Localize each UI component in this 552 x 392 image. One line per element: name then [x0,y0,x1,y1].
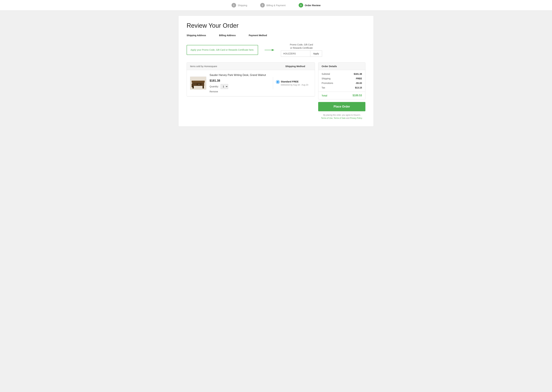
promo-input-label: Promo Code, Gift Card or Rewards Certifi… [281,43,322,49]
total-value: $189.53 [352,94,362,97]
order-total-box: Total $189.53 [318,91,365,99]
svg-rect-5 [198,84,200,84]
apply-promo-button[interactable]: Apply [310,50,322,57]
subtotal-label: Subtotal [322,73,330,75]
shipping-address-label: Shipping Address [186,34,206,37]
subtotal-value: $181.38 [354,73,362,75]
shipping-radio[interactable] [276,80,279,84]
product-image [190,77,206,90]
tax-value: $13.15 [355,86,362,89]
step-1-circle: 1 [232,3,236,7]
order-line-shipping: Shipping FREE [322,77,362,80]
items-section: Items sold by Homesquare Shipping Method [186,63,315,96]
order-layout: Items sold by Homesquare Shipping Method [186,63,366,120]
promo-code-input[interactable] [281,50,310,57]
promotions-value: -$5.00 [355,82,362,84]
svg-rect-7 [203,86,204,89]
shipping-address-col: Shipping Address [186,34,206,37]
order-details-header: Order Details [318,63,365,70]
svg-marker-1 [272,49,274,51]
shipping-option-text: Standard FREE Delivered by Aug 16 - Aug … [281,80,308,86]
svg-rect-9 [192,84,197,84]
checkout-steps-header: 1 Shipping 2 Billing & Payment 3 Order R… [0,0,552,11]
terms-text: By placing this order, you agree to Houz… [318,113,366,120]
step-order-review: 3 Order Review [299,3,321,7]
seller-label: Items sold by Homesquare [190,65,217,68]
main-content: Review Your Order Shipping Address Billi… [178,15,374,126]
shipping-option: Standard FREE Delivered by Aug 16 - Aug … [276,80,308,86]
shipping-method-header: Shipping Method [279,65,311,68]
promo-section: Apply your Promo Code, Gift Card or Rewa… [186,43,366,57]
promo-input-row: Apply [281,50,322,57]
terms-of-sale-link[interactable]: Terms of Sale [334,117,345,119]
item-price: $181.38 [210,79,270,83]
step-billing: 2 Billing & Payment [260,3,286,7]
step-2-label: Billing & Payment [266,4,286,7]
shipping-label: Shipping [322,77,331,80]
order-line-tax: Tax $13.15 [322,86,362,89]
delivery-date: Delivered by Aug 16 - Aug 23 [281,84,308,86]
quantity-select[interactable]: 1 2 3 [221,84,228,89]
item-details: Sauder Harvey Park Writing Desk, Grand W… [210,73,270,93]
page-title: Review Your Order [186,22,366,29]
promo-input-area: Promo Code, Gift Card or Rewards Certifi… [281,43,322,57]
terms-of-use-link[interactable]: Terms of Use [321,117,333,119]
item-quantity-row: Quantity: 1 2 3 [210,84,270,89]
billing-address-label: Billing Address [219,34,236,37]
svg-rect-6 [193,86,194,89]
order-details-section: Order Details Subtotal $181.38 Shipping … [318,63,366,120]
table-row: Sauder Harvey Park Writing Desk, Grand W… [187,70,315,96]
terms-prefix: By placing this order, you agree to Houz… [323,114,360,116]
promo-box-label: Apply your Promo Code, Gift Card or Rewa… [186,45,258,55]
payment-method-col: Payment Method [249,34,267,37]
step-shipping: 1 Shipping [232,3,247,7]
items-header: Items sold by Homesquare Shipping Method [187,63,315,70]
order-line-subtotal: Subtotal $181.38 [322,73,362,75]
privacy-policy-link[interactable]: Privacy Policy [350,117,362,119]
payment-method-label: Payment Method [249,34,267,37]
billing-address-col: Billing Address [219,34,236,37]
order-details-box: Order Details Subtotal $181.38 Shipping … [318,63,366,99]
promo-arrow [265,48,274,52]
total-label: Total [322,94,327,97]
place-order-button[interactable]: Place Order [318,102,366,111]
order-line-promotions: Promotions -$5.00 [322,82,362,84]
svg-rect-2 [192,81,205,83]
shipping-method-col: Standard FREE Delivered by Aug 16 - Aug … [273,77,311,89]
order-details-body: Subtotal $181.38 Shipping FREE Promotion… [318,70,365,91]
step-3-circle: 3 [299,3,303,7]
step-2-circle: 2 [260,3,265,7]
address-row: Shipping Address Billing Address Payment… [186,34,366,37]
remove-link[interactable]: Remove [210,90,270,93]
promotions-label: Promotions [322,82,333,84]
tax-label: Tax [322,86,325,89]
step-1-label: Shipping [238,4,247,7]
shipping-value: FREE [356,77,362,80]
item-name: Sauder Harvey Park Writing Desk, Grand W… [210,73,270,77]
quantity-label: Quantity: [210,85,219,88]
step-3-label: Order Review [305,4,321,7]
